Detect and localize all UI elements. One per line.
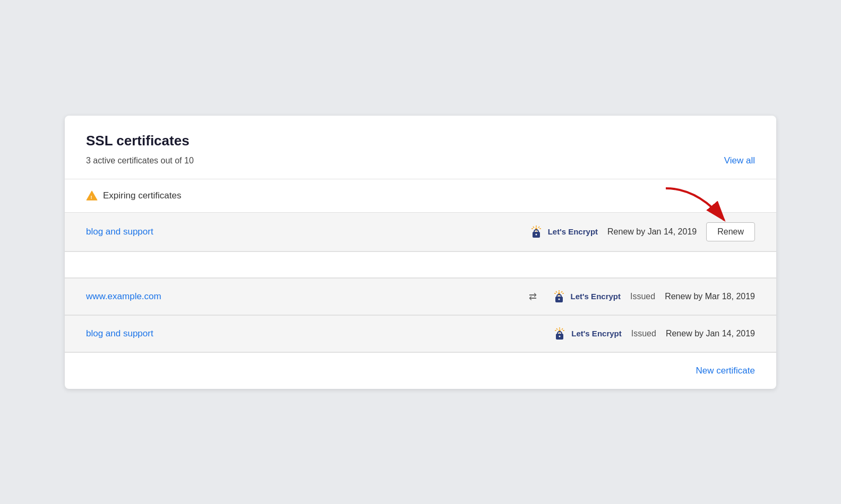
ssl-certificates-card: SSL certificates 3 active certificates o… bbox=[65, 116, 776, 389]
svg-line-26 bbox=[562, 328, 563, 330]
cert-right-2: Let's Encrypt Issued Renew by Jan 14, 20… bbox=[551, 325, 755, 342]
cert-row-1: www.example.com ⇄ Let's Encrypt I bbox=[65, 278, 776, 315]
expiring-section-label: Expiring certificates bbox=[103, 190, 181, 201]
page-title: SSL certificates bbox=[86, 133, 755, 149]
issued-text-1: Issued bbox=[630, 292, 655, 301]
svg-line-5 bbox=[538, 227, 539, 228]
active-certs-count: 3 active certificates out of 10 bbox=[86, 156, 194, 166]
view-all-link[interactable]: View all bbox=[724, 155, 755, 166]
cert-name-2[interactable]: blog and support bbox=[86, 328, 551, 339]
svg-line-15 bbox=[556, 291, 557, 293]
expiring-cert-name[interactable]: blog and support bbox=[86, 227, 528, 237]
svg-text:!: ! bbox=[91, 194, 92, 199]
renew-button-0[interactable]: Renew bbox=[706, 222, 755, 241]
expiring-section-header: ! Expiring certificates bbox=[65, 179, 776, 212]
issued-text-2: Issued bbox=[631, 329, 656, 338]
card-header: SSL certificates 3 active certificates o… bbox=[65, 116, 776, 179]
lets-encrypt-label-0: Let's Encrypt bbox=[548, 227, 598, 236]
renew-date-1: Renew by Mar 18, 2019 bbox=[665, 292, 755, 301]
cert-row-2: blog and support Let's Encrypt Issued bbox=[65, 315, 776, 352]
expiring-cert-wrapper: blog and support bbox=[65, 212, 776, 251]
lets-encrypt-badge-1: Let's Encrypt bbox=[551, 288, 621, 305]
renew-date-2: Renew by Jan 14, 2019 bbox=[666, 329, 755, 338]
separator-row bbox=[65, 251, 776, 278]
renew-date-0: Renew by Jan 14, 2019 bbox=[607, 227, 697, 237]
cert-right-1: ⇄ Let's Encrypt Issued Renew by Mar 18 bbox=[529, 288, 755, 305]
cert-name-1[interactable]: www.example.com bbox=[86, 291, 529, 302]
svg-line-25 bbox=[556, 328, 557, 330]
lets-encrypt-icon-0 bbox=[528, 223, 545, 240]
expiring-cert-row: blog and support bbox=[65, 212, 776, 251]
lets-encrypt-label-2: Let's Encrypt bbox=[571, 329, 621, 338]
lets-encrypt-icon-1 bbox=[551, 288, 568, 305]
new-certificate-link[interactable]: New certificate bbox=[696, 366, 755, 376]
warning-icon: ! bbox=[86, 190, 98, 202]
lets-encrypt-label-1: Let's Encrypt bbox=[571, 292, 621, 301]
refresh-icon-1: ⇄ bbox=[529, 291, 537, 302]
svg-line-16 bbox=[561, 291, 562, 293]
svg-point-31 bbox=[559, 335, 561, 337]
svg-line-4 bbox=[533, 227, 534, 228]
card-footer: New certificate bbox=[65, 353, 776, 389]
expiring-cert-right: Let's Encrypt Renew by Jan 14, 2019 Rene… bbox=[528, 222, 755, 241]
svg-point-10 bbox=[535, 233, 537, 235]
lets-encrypt-badge-0: Let's Encrypt bbox=[528, 223, 598, 240]
lets-encrypt-icon-2 bbox=[551, 325, 568, 342]
subtitle-row: 3 active certificates out of 10 View all bbox=[86, 155, 755, 166]
svg-point-21 bbox=[558, 298, 560, 300]
lets-encrypt-badge-2: Let's Encrypt bbox=[551, 325, 621, 342]
